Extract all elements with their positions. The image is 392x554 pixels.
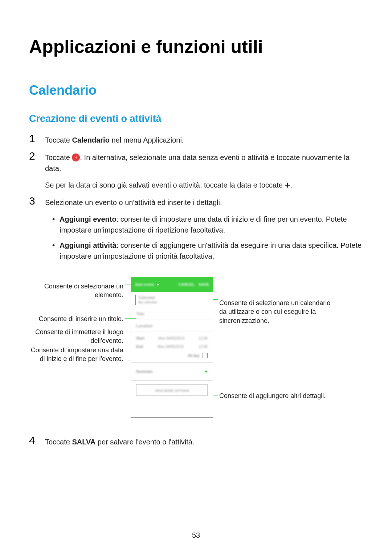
phone-mockup: Add event ▼ CANCEL SAVE Calendar My cale… (131, 277, 213, 418)
step-number-1: 1 (29, 133, 42, 144)
plus-icon: + (285, 180, 290, 190)
step-1: 1 Toccate Calendario nel menu Applicazio… (29, 135, 363, 145)
step-3-text-a: Selezionate un evento o un'attività ed i… (45, 198, 222, 206)
bullet-list: • Aggiungi evento: consente di impostare… (45, 214, 363, 262)
phone-start-row: Start Mon 04/05/2015 11:00 (136, 334, 208, 342)
phone-allday-row: All day (136, 351, 208, 360)
bullet-dot: • (52, 214, 60, 235)
bullet-1: • Aggiungi evento: consente di impostare… (52, 214, 363, 235)
callout-line (125, 352, 128, 352)
step-2: 2 Toccate +. In alternativa, selezionate… (29, 152, 363, 190)
phone-reminder-label: Reminder (136, 370, 153, 374)
step-2-text-b: . In alternativa, selezionate una data s… (45, 153, 350, 172)
reminder-plus-icon: + (205, 369, 208, 374)
phone-title-section: Title (131, 308, 213, 320)
callout-line (213, 299, 218, 300)
chevron-down-icon: ▼ (156, 283, 160, 287)
allday-checkbox (203, 353, 208, 358)
callout-line (213, 395, 218, 395)
phone-my-calendar: My calendar (138, 300, 208, 304)
step-2-content: Toccate +. In alternativa, selezionate u… (45, 152, 363, 190)
callout-line (125, 332, 136, 332)
callout-calendar-select: Consente di selezionare un calendario da… (219, 299, 332, 325)
page-title: Applicazioni e funzioni utili (29, 36, 363, 57)
callout-dates: Consente di impostare una data di inizio… (29, 346, 123, 364)
step-2-cont-b: . (290, 181, 293, 189)
step-number-2: 2 (29, 151, 42, 161)
bullet-2-bold: Aggiungi attività (60, 241, 117, 249)
step-1-text-a: Toccate (45, 136, 72, 144)
step-1-content: Toccate Calendario nel menu Applicazioni… (45, 135, 363, 145)
phone-dates-section: Start Mon 04/05/2015 11:00 End Mon 04/05… (131, 332, 213, 363)
phone-end-row: End Mon 04/05/2015 12:00 (136, 342, 208, 351)
phone-start-label: Start (136, 336, 144, 340)
phone-end-label: End (136, 345, 143, 349)
view-more-button: VIEW MORE OPTIONS (136, 384, 208, 396)
step-3-content: Selezionate un evento o un'attività ed i… (45, 197, 363, 266)
phone-start-date: Mon 04/05/2015 (158, 336, 184, 340)
section-title: Calendario (29, 83, 363, 98)
callout-line (125, 318, 136, 319)
phone-title-field: Title (136, 312, 208, 316)
calendar-accent-bar (135, 295, 136, 305)
callout-title: Consente di inserire un titolo. (29, 315, 123, 323)
phone-location-field: Location (136, 324, 208, 328)
step-4: 4 Toccate SALVA per salvare l'evento o l… (29, 436, 363, 447)
step-number-4: 4 (29, 435, 42, 446)
step-4-bold: SALVA (72, 438, 95, 446)
callout-select-element: Consente di selezionare un elemento. (29, 282, 123, 300)
callout-more-details: Consente di aggiungere altri dettagli. (219, 391, 332, 400)
phone-end-time: 12:00 (199, 345, 208, 349)
header-save: SAVE (199, 282, 209, 287)
bullet-dot: • (52, 240, 60, 262)
step-4-text-a: Toccate (45, 438, 72, 446)
phone-reminder-section: Reminder + (131, 363, 213, 381)
view-more-label: VIEW MORE OPTIONS (155, 389, 189, 393)
step-2-cont-a: Se per la data ci sono già salvati event… (45, 181, 285, 189)
phone-allday-label: All day (188, 354, 200, 358)
step-4-content: Toccate SALVA per salvare l'evento o l'a… (45, 436, 363, 447)
phone-header: Add event ▼ CANCEL SAVE (131, 277, 213, 292)
phone-start-time: 11:00 (199, 336, 208, 340)
step-3: 3 Selezionate un evento o un'attività ed… (29, 197, 363, 266)
header-add-event: Add event (135, 282, 154, 287)
callout-line (125, 284, 136, 284)
bullet-2: • Aggiungi attività: consente di aggiung… (52, 240, 363, 262)
phone-end-date: Mon 04/05/2015 (158, 345, 184, 349)
subsection-title: Creazione di eventi o attività (29, 113, 363, 124)
step-2-text-a: Toccate (45, 153, 72, 161)
phone-location-section: Location (131, 320, 213, 332)
phone-calendar-label: Calendar (138, 295, 208, 300)
step-4-text-b: per salvare l'evento o l'attività. (95, 438, 194, 446)
step-number-3: 3 (29, 196, 42, 206)
callout-location: Consente di immettere il luogo dell'even… (29, 328, 123, 345)
diagram-container: Add event ▼ CANCEL SAVE Calendar My cale… (29, 277, 363, 422)
add-circle-icon: + (72, 153, 80, 161)
step-1-bold: Calendario (72, 136, 109, 144)
page-number: 53 (0, 531, 392, 539)
phone-calendar-section: Calendar My calendar (131, 292, 213, 308)
header-cancel: CANCEL (178, 282, 195, 287)
step-1-text-b: nel menu Applicazioni. (110, 136, 184, 144)
bullet-1-bold: Aggiungi evento (60, 215, 117, 223)
bracket-left (128, 343, 131, 361)
